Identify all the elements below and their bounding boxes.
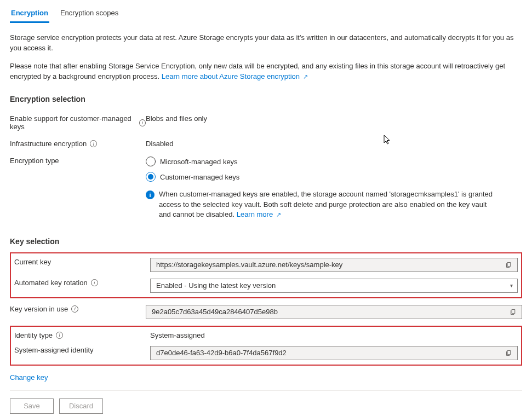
- info-icon[interactable]: i: [56, 332, 63, 339]
- divider: [10, 390, 522, 391]
- cmk-learn-more-link[interactable]: Learn more ↗: [237, 210, 281, 218]
- row-encryption-type: Encryption type Microsoft-managed keys C…: [10, 152, 522, 224]
- intro-text: Storage service encryption protects your…: [10, 33, 522, 82]
- cmk-info-callout: i When customer-managed keys are enabled…: [146, 189, 496, 219]
- highlight-identity: Identity type i System-assigned System-a…: [10, 326, 522, 366]
- info-solid-icon: i: [146, 190, 155, 199]
- label-auto-rotation: Automated key rotation: [14, 279, 88, 287]
- radio-icon: [146, 172, 156, 182]
- label-identity-type: Identity type: [14, 331, 53, 339]
- copy-icon: [505, 261, 512, 268]
- label-encryption-type: Encryption type: [10, 157, 59, 165]
- copy-icon: [505, 349, 512, 356]
- section-key-selection: Key selection: [10, 237, 522, 246]
- info-icon[interactable]: i: [90, 140, 97, 147]
- label-key-version: Key version in use: [10, 305, 68, 313]
- tab-bar: Encryption Encryption scopes: [10, 5, 522, 23]
- tab-encryption-scopes[interactable]: Encryption scopes: [59, 5, 119, 23]
- current-key-field: https://storagekeysamples.vault.azure.ne…: [150, 258, 518, 272]
- copy-button[interactable]: [502, 259, 515, 271]
- copy-icon: [510, 308, 517, 315]
- copy-button[interactable]: [502, 347, 515, 359]
- radio-icon: [146, 157, 156, 166]
- value-cmk-support: Blobs and files only: [146, 114, 522, 123]
- change-key-link[interactable]: Change key: [10, 368, 48, 389]
- external-link-icon: ↗: [303, 73, 308, 80]
- row-infra-encryption: Infrastructure encryption i Disabled: [10, 135, 522, 152]
- copy-button[interactable]: [506, 306, 519, 318]
- value-infra-encryption: Disabled: [146, 140, 522, 148]
- info-icon[interactable]: i: [91, 279, 98, 286]
- encryption-type-radio-group: Microsoft-managed keys Customer-managed …: [146, 157, 522, 219]
- intro-p1: Storage service encryption protects your…: [10, 33, 522, 54]
- label-cmk-support: Enable support for customer-managed keys: [10, 114, 136, 131]
- chevron-down-icon: ▾: [510, 282, 513, 288]
- save-button[interactable]: Save: [10, 398, 54, 414]
- label-infra-encryption: Infrastructure encryption: [10, 140, 87, 148]
- row-key-version: Key version in use i 9e2a05c7d63a45d49ca…: [10, 301, 522, 323]
- intro-p2: Please note that after enabling Storage …: [10, 61, 522, 82]
- radio-customer-keys[interactable]: Customer-managed keys: [146, 172, 522, 182]
- label-current-key: Current key: [14, 258, 51, 266]
- discard-button[interactable]: Discard: [59, 398, 103, 414]
- row-cmk-support: Enable support for customer-managed keys…: [10, 110, 522, 135]
- label-system-identity: System-assigned identity: [14, 346, 94, 354]
- key-version-field: 9e2a05c7d63a45d49ca2846407d5e98b: [146, 305, 522, 319]
- highlight-current-key: Current key https://storagekeysamples.va…: [10, 252, 522, 298]
- external-link-icon: ↗: [276, 211, 281, 218]
- section-encryption-selection: Encryption selection: [10, 95, 522, 103]
- button-row: Save Discard: [10, 398, 522, 414]
- system-identity-field: d7e0de46-fa63-42d9-b6a0-7f4da567f9d2: [150, 346, 518, 360]
- info-icon[interactable]: i: [71, 305, 78, 313]
- value-identity-type: System-assigned: [150, 331, 518, 339]
- auto-rotation-dropdown[interactable]: Enabled - Using the latest key version ▾: [150, 279, 518, 293]
- info-icon[interactable]: i: [139, 119, 146, 126]
- learn-more-link[interactable]: Learn more about Azure Storage encryptio…: [162, 72, 308, 80]
- radio-microsoft-keys[interactable]: Microsoft-managed keys: [146, 157, 522, 166]
- tab-encryption[interactable]: Encryption: [10, 5, 49, 23]
